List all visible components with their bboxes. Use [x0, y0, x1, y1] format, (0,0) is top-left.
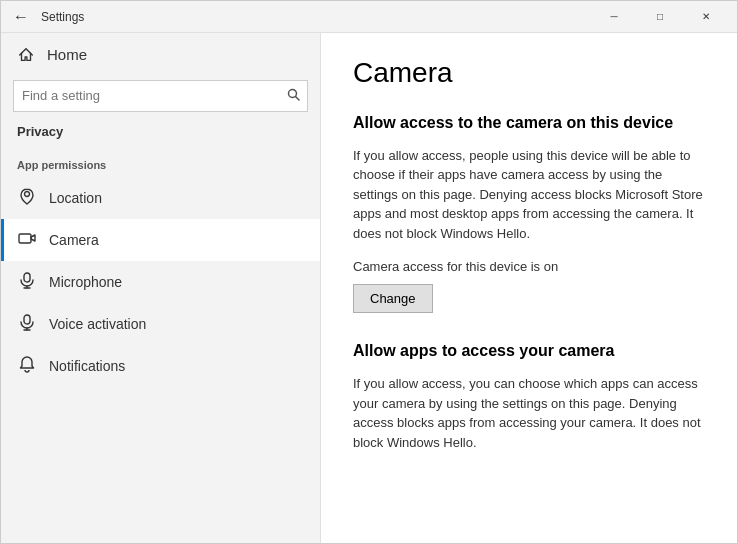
svg-rect-7 [24, 315, 30, 324]
settings-window: ← Settings ─ □ ✕ Home [0, 0, 738, 544]
window-controls: ─ □ ✕ [591, 1, 729, 33]
location-icon [17, 187, 37, 209]
svg-point-2 [25, 191, 30, 196]
sidebar-item-location[interactable]: Location [1, 177, 320, 219]
maximize-button[interactable]: □ [637, 1, 683, 33]
sidebar-item-microphone[interactable]: Microphone [1, 261, 320, 303]
main-content: Home Privacy App permissions [1, 33, 737, 543]
svg-rect-4 [24, 273, 30, 282]
section1-heading: Allow access to the camera on this devic… [353, 113, 705, 134]
microphone-icon [17, 271, 37, 293]
sidebar-item-home[interactable]: Home [1, 33, 320, 76]
notifications-icon [17, 355, 37, 377]
sidebar-item-notifications-label: Notifications [49, 358, 125, 374]
sidebar-item-notifications[interactable]: Notifications [1, 345, 320, 387]
search-button[interactable] [283, 84, 304, 108]
window-title: Settings [41, 10, 84, 24]
home-icon [17, 45, 35, 64]
sidebar-item-camera[interactable]: Camera [1, 219, 320, 261]
title-bar-left: ← Settings [9, 6, 591, 28]
svg-line-1 [296, 96, 300, 100]
main-panel: Camera Allow access to the camera on thi… [321, 33, 737, 543]
page-title: Camera [353, 57, 705, 89]
change-button[interactable]: Change [353, 284, 433, 313]
home-label: Home [47, 46, 87, 63]
camera-icon [17, 229, 37, 251]
section2-heading: Allow apps to access your camera [353, 341, 705, 362]
sidebar-item-camera-label: Camera [49, 232, 99, 248]
section1-description: If you allow access, people using this d… [353, 146, 705, 244]
sidebar-item-microphone-label: Microphone [49, 274, 122, 290]
search-box [13, 80, 308, 112]
voice-activation-icon [17, 313, 37, 335]
sidebar-item-voice-label: Voice activation [49, 316, 146, 332]
search-input[interactable] [13, 80, 308, 112]
minimize-button[interactable]: ─ [591, 1, 637, 33]
back-button[interactable]: ← [9, 6, 33, 28]
svg-rect-3 [19, 234, 31, 243]
section2-description: If you allow access, you can choose whic… [353, 374, 705, 452]
sidebar: Home Privacy App permissions [1, 33, 321, 543]
sidebar-item-location-label: Location [49, 190, 102, 206]
title-bar: ← Settings ─ □ ✕ [1, 1, 737, 33]
close-button[interactable]: ✕ [683, 1, 729, 33]
sidebar-item-voice-activation[interactable]: Voice activation [1, 303, 320, 345]
camera-status: Camera access for this device is on [353, 259, 705, 274]
sidebar-category-label: App permissions [1, 147, 320, 177]
sidebar-section-title: Privacy [1, 124, 320, 147]
